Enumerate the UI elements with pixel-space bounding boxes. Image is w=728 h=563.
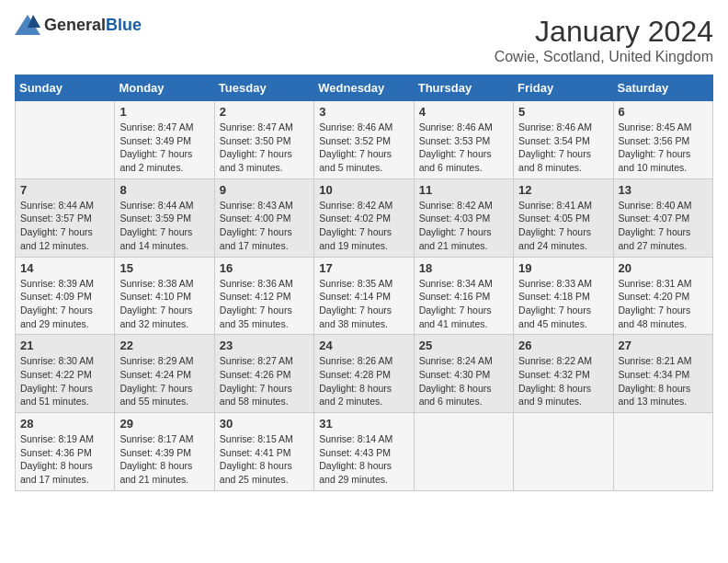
calendar-cell: 9Sunrise: 8:43 AMSunset: 4:00 PMDaylight… — [214, 178, 313, 257]
calendar-cell — [613, 413, 712, 491]
day-number: 15 — [119, 261, 209, 275]
day-info: Sunrise: 8:46 AMSunset: 3:53 PMDaylight:… — [419, 121, 508, 175]
day-info: Sunrise: 8:46 AMSunset: 3:54 PMDaylight:… — [518, 121, 608, 175]
day-info: Sunrise: 8:15 AMSunset: 4:41 PMDaylight:… — [220, 432, 309, 487]
calendar-cell — [414, 413, 513, 491]
day-number: 6 — [619, 105, 708, 119]
day-number: 23 — [220, 339, 309, 352]
calendar-cell: 3Sunrise: 8:46 AMSunset: 3:52 PMDaylight… — [314, 101, 414, 179]
calendar-week-2: 7Sunrise: 8:44 AMSunset: 3:57 PMDaylight… — [16, 178, 713, 257]
day-number: 20 — [619, 261, 708, 275]
day-number: 24 — [319, 339, 408, 352]
calendar-week-5: 28Sunrise: 8:19 AMSunset: 4:36 PMDayligh… — [16, 413, 713, 491]
calendar-cell: 4Sunrise: 8:46 AMSunset: 3:53 PMDaylight… — [414, 101, 513, 179]
calendar-cell: 26Sunrise: 8:22 AMSunset: 4:32 PMDayligh… — [514, 335, 613, 413]
day-number: 10 — [319, 183, 408, 197]
day-number: 5 — [518, 105, 608, 119]
day-info: Sunrise: 8:33 AMSunset: 4:18 PMDaylight:… — [518, 277, 608, 331]
logo-general: General — [44, 16, 106, 34]
calendar-week-3: 14Sunrise: 8:39 AMSunset: 4:09 PMDayligh… — [16, 257, 713, 335]
day-info: Sunrise: 8:39 AMSunset: 4:09 PMDaylight:… — [20, 277, 109, 331]
day-number: 12 — [518, 183, 608, 197]
calendar-cell: 20Sunrise: 8:31 AMSunset: 4:20 PMDayligh… — [613, 257, 712, 335]
day-info: Sunrise: 8:26 AMSunset: 4:28 PMDaylight:… — [319, 354, 408, 408]
day-info: Sunrise: 8:35 AMSunset: 4:14 PMDaylight:… — [319, 277, 408, 331]
calendar-cell: 8Sunrise: 8:44 AMSunset: 3:59 PMDaylight… — [115, 178, 214, 257]
day-number: 19 — [518, 261, 608, 275]
day-info: Sunrise: 8:19 AMSunset: 4:36 PMDaylight:… — [20, 432, 109, 487]
calendar-cell: 14Sunrise: 8:39 AMSunset: 4:09 PMDayligh… — [16, 257, 115, 335]
location-title: Cowie, Scotland, United Kingdom — [495, 49, 713, 65]
day-info: Sunrise: 8:47 AMSunset: 3:50 PMDaylight:… — [220, 121, 309, 175]
calendar-cell: 19Sunrise: 8:33 AMSunset: 4:18 PMDayligh… — [514, 257, 613, 335]
calendar-cell: 24Sunrise: 8:26 AMSunset: 4:28 PMDayligh… — [314, 335, 414, 413]
day-info: Sunrise: 8:46 AMSunset: 3:52 PMDaylight:… — [319, 121, 408, 175]
header-cell-sunday: Sunday — [16, 75, 115, 101]
day-info: Sunrise: 8:42 AMSunset: 4:03 PMDaylight:… — [419, 199, 508, 253]
day-number: 31 — [319, 417, 408, 431]
day-info: Sunrise: 8:40 AMSunset: 4:07 PMDaylight:… — [619, 199, 708, 253]
day-info: Sunrise: 8:41 AMSunset: 4:05 PMDaylight:… — [518, 199, 608, 253]
calendar-cell: 10Sunrise: 8:42 AMSunset: 4:02 PMDayligh… — [314, 178, 414, 257]
day-number: 27 — [619, 339, 708, 352]
day-number: 1 — [119, 105, 209, 119]
day-info: Sunrise: 8:31 AMSunset: 4:20 PMDaylight:… — [619, 277, 708, 331]
day-info: Sunrise: 8:14 AMSunset: 4:43 PMDaylight:… — [319, 432, 408, 487]
calendar-cell: 15Sunrise: 8:38 AMSunset: 4:10 PMDayligh… — [115, 257, 214, 335]
day-info: Sunrise: 8:47 AMSunset: 3:49 PMDaylight:… — [119, 121, 209, 175]
header-cell-monday: Monday — [115, 75, 214, 101]
day-info: Sunrise: 8:44 AMSunset: 3:59 PMDaylight:… — [119, 199, 209, 253]
day-number: 4 — [419, 105, 508, 119]
calendar-cell — [514, 413, 613, 491]
calendar-cell — [16, 101, 115, 179]
day-info: Sunrise: 8:29 AMSunset: 4:24 PMDaylight:… — [119, 354, 209, 408]
day-number: 22 — [119, 339, 209, 352]
day-info: Sunrise: 8:24 AMSunset: 4:30 PMDaylight:… — [419, 354, 508, 408]
calendar-week-1: 1Sunrise: 8:47 AMSunset: 3:49 PMDaylight… — [16, 101, 713, 179]
calendar-cell: 12Sunrise: 8:41 AMSunset: 4:05 PMDayligh… — [514, 178, 613, 257]
day-number: 29 — [119, 417, 209, 431]
day-number: 7 — [20, 183, 109, 197]
calendar-cell: 18Sunrise: 8:34 AMSunset: 4:16 PMDayligh… — [414, 257, 513, 335]
day-number: 16 — [220, 261, 309, 275]
day-number: 2 — [220, 105, 309, 119]
calendar-cell: 25Sunrise: 8:24 AMSunset: 4:30 PMDayligh… — [414, 335, 513, 413]
calendar-cell: 6Sunrise: 8:45 AMSunset: 3:56 PMDaylight… — [613, 101, 712, 179]
day-number: 18 — [419, 261, 508, 275]
day-info: Sunrise: 8:27 AMSunset: 4:26 PMDaylight:… — [220, 354, 309, 408]
calendar-cell: 21Sunrise: 8:30 AMSunset: 4:22 PMDayligh… — [16, 335, 115, 413]
day-number: 14 — [20, 261, 109, 275]
day-info: Sunrise: 8:30 AMSunset: 4:22 PMDaylight:… — [20, 354, 109, 408]
day-info: Sunrise: 8:42 AMSunset: 4:02 PMDaylight:… — [319, 199, 408, 253]
day-number: 30 — [220, 417, 309, 431]
day-number: 21 — [20, 339, 109, 352]
header-cell-thursday: Thursday — [414, 75, 513, 101]
day-number: 3 — [319, 105, 408, 119]
day-info: Sunrise: 8:44 AMSunset: 3:57 PMDaylight:… — [20, 199, 109, 253]
day-number: 11 — [419, 183, 508, 197]
month-title: January 2024 — [495, 15, 713, 49]
calendar-body: 1Sunrise: 8:47 AMSunset: 3:49 PMDaylight… — [16, 101, 713, 491]
header-cell-friday: Friday — [514, 75, 613, 101]
calendar-cell: 16Sunrise: 8:36 AMSunset: 4:12 PMDayligh… — [214, 257, 313, 335]
day-number: 25 — [419, 339, 508, 352]
calendar-cell: 28Sunrise: 8:19 AMSunset: 4:36 PMDayligh… — [16, 413, 115, 491]
header-row: SundayMondayTuesdayWednesdayThursdayFrid… — [16, 75, 713, 101]
calendar-week-4: 21Sunrise: 8:30 AMSunset: 4:22 PMDayligh… — [16, 335, 713, 413]
day-info: Sunrise: 8:45 AMSunset: 3:56 PMDaylight:… — [619, 121, 708, 175]
day-number: 13 — [619, 183, 708, 197]
day-number: 9 — [220, 183, 309, 197]
day-number: 26 — [518, 339, 608, 352]
calendar-cell: 7Sunrise: 8:44 AMSunset: 3:57 PMDaylight… — [16, 178, 115, 257]
logo-blue: Blue — [106, 16, 142, 34]
day-number: 8 — [119, 183, 209, 197]
title-area: January 2024 Cowie, Scotland, United Kin… — [495, 15, 713, 65]
calendar-cell: 2Sunrise: 8:47 AMSunset: 3:50 PMDaylight… — [214, 101, 313, 179]
calendar-table: SundayMondayTuesdayWednesdayThursdayFrid… — [15, 75, 713, 491]
logo-icon — [15, 15, 40, 35]
day-info: Sunrise: 8:36 AMSunset: 4:12 PMDaylight:… — [220, 277, 309, 331]
day-number: 17 — [319, 261, 408, 275]
day-info: Sunrise: 8:21 AMSunset: 4:34 PMDaylight:… — [619, 354, 708, 408]
calendar-cell: 23Sunrise: 8:27 AMSunset: 4:26 PMDayligh… — [214, 335, 313, 413]
page-header: GeneralBlue January 2024 Cowie, Scotland… — [15, 15, 713, 65]
